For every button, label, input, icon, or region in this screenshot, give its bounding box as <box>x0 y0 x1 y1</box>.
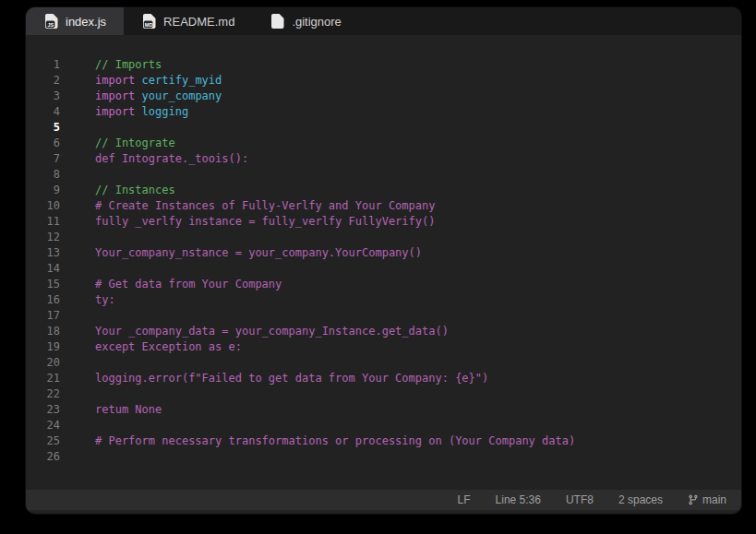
code-line-text <box>60 261 95 277</box>
code-line-text <box>60 386 95 402</box>
code-line[interactable]: 15# Get data from Your Company <box>26 277 741 292</box>
code-line-text: Your_company_nstance = your_company.Your… <box>60 245 422 261</box>
code-line-text: Your _company_data = your_company_Instan… <box>60 324 449 339</box>
code-line-text: # Perform necessary transformations or p… <box>60 433 575 449</box>
line-number: 14 <box>26 261 60 277</box>
line-number: 6 <box>26 136 60 151</box>
tab-bar: JS index.js MD README.md .gitignore <box>26 7 741 35</box>
encoding-indicator[interactable]: UTF8 <box>566 493 594 506</box>
code-line[interactable]: 1// Imports <box>26 57 741 73</box>
code-line[interactable]: 3import your_company <box>26 89 741 104</box>
code-line[interactable]: 12 <box>26 230 741 245</box>
line-number: 13 <box>26 245 60 261</box>
line-number: 4 <box>26 104 60 120</box>
code-line[interactable]: 2import certify_myid <box>26 73 741 89</box>
line-number: 12 <box>26 230 60 245</box>
code-line[interactable]: 19except Exception as e: <box>26 339 741 355</box>
line-number: 1 <box>26 57 60 73</box>
code-line[interactable]: 24 <box>26 418 741 433</box>
line-number: 8 <box>26 167 60 183</box>
svg-text:JS: JS <box>47 22 54 28</box>
code-line-text <box>60 308 95 324</box>
status-bar: LF Line 5:36 UTF8 2 spaces main <box>26 490 741 510</box>
code-line[interactable]: 18Your _company_data = your_company_Inst… <box>26 324 741 339</box>
tab-label: README.md <box>163 15 234 29</box>
code-line[interactable]: 17 <box>26 308 741 324</box>
code-line-text: ty: <box>60 292 115 308</box>
code-line[interactable]: 26 <box>26 449 741 465</box>
line-number: 16 <box>26 292 60 308</box>
tab-label: index.js <box>66 15 106 29</box>
line-number: 19 <box>26 339 60 355</box>
code-line-text <box>60 418 95 433</box>
line-number: 23 <box>26 402 60 418</box>
line-number: 2 <box>26 73 60 89</box>
code-line[interactable]: 23retum None <box>26 402 741 418</box>
line-number: 9 <box>26 183 60 198</box>
line-number: 20 <box>26 355 60 371</box>
line-number: 7 <box>26 151 60 167</box>
code-line-text: retum None <box>60 402 162 418</box>
line-number: 21 <box>26 371 60 386</box>
code-line-text: # Create Instances of Fully-Verlfy and Y… <box>60 198 435 214</box>
code-line-text <box>60 230 95 245</box>
code-line-text: fully _verlfy instance = fully_verlfy Fu… <box>60 214 435 230</box>
code-line[interactable]: 4import logging <box>26 104 741 120</box>
tab-gitignore[interactable]: .gitignore <box>252 7 358 35</box>
code-line[interactable]: 8 <box>26 167 741 183</box>
code-line[interactable]: 11fully _verlfy instance = fully_verlfy … <box>26 214 741 230</box>
line-number: 26 <box>26 449 60 465</box>
line-number: 5 <box>26 120 60 136</box>
line-number: 3 <box>26 89 60 104</box>
code-line-text: except Exception as e: <box>60 339 242 355</box>
code-line-text <box>60 355 95 371</box>
code-line[interactable]: 9// Instances <box>26 183 741 198</box>
code-editor[interactable]: 1// Imports2import certify_myid3import y… <box>26 35 741 490</box>
code-line[interactable]: 20 <box>26 355 741 371</box>
tab-readme-md[interactable]: MD README.md <box>124 7 252 35</box>
js-file-icon: JS <box>45 14 58 29</box>
code-line[interactable]: 22 <box>26 386 741 402</box>
code-line-text: def Intograte._toois(): <box>60 151 248 167</box>
code-line-text: // Instances <box>60 183 175 198</box>
git-branch-icon <box>688 494 699 505</box>
editor-window: JS index.js MD README.md .gitignore 1// … <box>26 7 741 514</box>
code-line[interactable]: 13Your_company_nstance = your_company.Yo… <box>26 245 741 261</box>
code-line[interactable]: 5 <box>26 120 741 136</box>
eol-indicator[interactable]: LF <box>458 493 471 506</box>
code-line-text: // Imports <box>60 57 162 73</box>
tab-index-js[interactable]: JS index.js <box>26 7 124 35</box>
code-line-text <box>60 167 95 183</box>
branch-name: main <box>702 493 726 506</box>
line-number: 18 <box>26 324 60 339</box>
indentation-indicator[interactable]: 2 spaces <box>618 493 663 506</box>
code-lines: 1// Imports2import certify_myid3import y… <box>26 57 741 465</box>
svg-text:MD: MD <box>145 22 153 28</box>
code-line-text: # Get data from Your Company <box>60 277 282 292</box>
line-number: 15 <box>26 277 60 292</box>
code-line-text: import your_company <box>60 89 222 104</box>
code-line-text: logging.error(f"Failed to get data from … <box>60 371 488 386</box>
code-line[interactable]: 16ty: <box>26 292 741 308</box>
git-branch-indicator[interactable]: main <box>688 493 726 506</box>
md-file-icon: MD <box>143 14 156 29</box>
code-line[interactable]: 6// Intograte <box>26 136 741 151</box>
code-line[interactable]: 10# Create Instances of Fully-Verlfy and… <box>26 198 741 214</box>
code-line-text <box>60 449 95 465</box>
line-number: 25 <box>26 433 60 449</box>
code-line[interactable]: 21logging.error(f"Failed to get data fro… <box>26 371 741 386</box>
code-line-text: import certify_myid <box>60 73 222 89</box>
code-line-text: import logging <box>60 104 188 120</box>
code-line-text: // Intograte <box>60 136 175 151</box>
cursor-position[interactable]: Line 5:36 <box>496 493 541 506</box>
code-line[interactable]: 7def Intograte._toois(): <box>26 151 741 167</box>
code-line[interactable]: 14 <box>26 261 741 277</box>
line-number: 11 <box>26 214 60 230</box>
tab-label: .gitignore <box>292 15 341 29</box>
line-number: 10 <box>26 198 60 214</box>
code-line[interactable]: 25# Perform necessary transformations or… <box>26 433 741 449</box>
line-number: 17 <box>26 308 60 324</box>
file-icon <box>271 14 284 29</box>
line-number: 24 <box>26 418 60 433</box>
line-number: 22 <box>26 386 60 402</box>
